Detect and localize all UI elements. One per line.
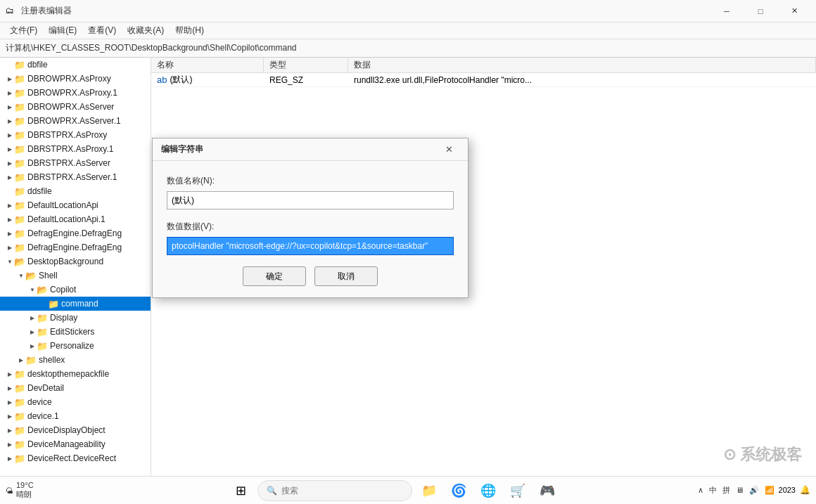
taskbar-app-game[interactable]: 🎮 xyxy=(535,478,560,503)
tree-item[interactable]: ▶📁Personalize xyxy=(0,339,151,353)
folder-icon: 📁 xyxy=(14,102,25,112)
taskbar-search[interactable]: 🔍 xyxy=(257,480,412,501)
search-input[interactable] xyxy=(281,486,380,496)
tree-item[interactable]: ▶📁DefragEngine.DefragEng xyxy=(0,240,151,254)
menu-view[interactable]: 查看(V) xyxy=(82,23,122,38)
tree-arrow-icon xyxy=(39,299,48,308)
menu-favorites[interactable]: 收藏夹(A) xyxy=(122,23,170,38)
tree-item[interactable]: ▶📁DeviceDisplayObject xyxy=(0,423,151,437)
tree-arrow-icon: ▶ xyxy=(6,412,14,420)
dialog-ok-button[interactable]: 确定 xyxy=(243,266,306,286)
tree-label: DevDetail xyxy=(27,383,64,393)
tree-item[interactable]: ▶📁shellex xyxy=(0,353,151,367)
dialog-name-input[interactable] xyxy=(167,191,454,209)
tree-item[interactable]: 📁dbfile xyxy=(0,58,151,72)
dialog-close-button[interactable]: ✕ xyxy=(438,141,459,158)
tree-item[interactable]: ▶📁DBRSTPRX.AsProxy xyxy=(0,128,151,142)
minimize-button[interactable]: ─ xyxy=(710,0,743,22)
tray-network[interactable]: 📶 xyxy=(765,486,774,495)
tree-arrow-icon: ▶ xyxy=(28,342,37,350)
tray-input-zh[interactable]: 中 xyxy=(709,485,717,496)
dialog-body: 数值名称(N): 数值数据(V): 确定 取消 xyxy=(153,161,468,297)
folder-icon: 📁 xyxy=(14,439,25,449)
tray-volume[interactable]: 🔊 xyxy=(749,486,759,495)
menu-file[interactable]: 文件(F) xyxy=(4,23,43,38)
weather-widget[interactable]: 🌤 19°C 晴朗 xyxy=(6,481,34,500)
tree-item[interactable]: ▼📂Copilot xyxy=(0,283,151,297)
folder-icon: 📁 xyxy=(14,172,25,182)
tree-item[interactable]: ▶📁DBRSTPRX.AsServer.1 xyxy=(0,170,151,184)
tree-label: DBRSTPRX.AsProxy.1 xyxy=(27,144,113,154)
tree-label: device.1 xyxy=(27,411,59,421)
tree-arrow-icon: ▶ xyxy=(6,370,14,378)
tree-item[interactable]: ▶📁DBROWPRX.AsServer.1 xyxy=(0,114,151,128)
folder-icon: 📁 xyxy=(37,327,48,337)
tree-label: DesktopBackground xyxy=(27,257,103,266)
folder-icon: 📁 xyxy=(14,74,25,84)
tree-item[interactable]: ▶📁device xyxy=(0,395,151,409)
close-button[interactable]: ✕ xyxy=(778,0,810,22)
address-bar: 计算机\HKEY_CLASSES_ROOT\DesktopBackground\… xyxy=(0,39,816,58)
tree-item[interactable]: ▶📁DeviceManageability xyxy=(0,437,151,451)
tree-item[interactable]: ▶📁DeviceRect.DeviceRect xyxy=(0,451,151,465)
tree-label: DBRSTPRX.AsServer xyxy=(27,158,110,168)
tree-item[interactable]: ▶📁DevDetail xyxy=(0,381,151,395)
tree-item[interactable]: ▶📁DBROWPRX.AsProxy xyxy=(0,72,151,86)
folder-icon: 📁 xyxy=(14,60,25,70)
tree-arrow-icon: ▶ xyxy=(6,75,14,83)
window-title: 注册表编辑器 xyxy=(21,5,710,17)
folder-icon: 📂 xyxy=(14,257,25,266)
tree-item[interactable]: ▶📁desktopthemepackfile xyxy=(0,367,151,381)
tree-item[interactable]: ▼📂Shell xyxy=(0,269,151,283)
folder-icon: 📁 xyxy=(14,397,25,407)
tree-item[interactable]: ▶📁device.1 xyxy=(0,409,151,423)
tree-item[interactable]: ▼📂DesktopBackground xyxy=(0,254,151,269)
tree-item[interactable]: ▶📁DefaultLocationApi xyxy=(0,198,151,212)
tree-item[interactable]: 📁command xyxy=(0,297,151,311)
maximize-button[interactable]: □ xyxy=(744,0,777,22)
taskbar-app-files[interactable]: 📁 xyxy=(416,478,442,503)
tree-item[interactable]: ▶📁DBRSTPRX.AsServer xyxy=(0,156,151,170)
start-button[interactable]: ⊞ xyxy=(228,478,253,503)
table-row[interactable]: ab (默认) REG_SZ rundll32.exe url.dll,File… xyxy=(151,73,816,87)
folder-icon: 📁 xyxy=(25,355,37,365)
folder-icon: 📁 xyxy=(14,88,25,98)
taskbar: 🌤 19°C 晴朗 ⊞ 🔍 📁 🌀 🌐 🛒 🎮 ∧ 中 拼 🖥 🔊 📶 202 xyxy=(0,476,816,504)
tree-arrow-icon xyxy=(6,187,14,195)
tree-item[interactable]: ▶📁EditStickers xyxy=(0,325,151,339)
menu-help[interactable]: 帮助(H) xyxy=(170,23,210,38)
dialog-data-input[interactable] xyxy=(167,237,454,255)
tray-expand[interactable]: ∧ xyxy=(698,486,703,495)
tree-arrow-icon: ▶ xyxy=(6,440,14,448)
taskbar-app-store[interactable]: 🛒 xyxy=(505,478,530,503)
tray-input-pin[interactable]: 拼 xyxy=(722,485,730,496)
notification-bell[interactable]: 🔔 xyxy=(800,485,810,495)
watermark-icon: ⊙ xyxy=(723,446,736,464)
tree-arrow-icon: ▶ xyxy=(6,131,14,139)
menu-edit[interactable]: 编辑(E) xyxy=(43,23,82,38)
tray-display[interactable]: 🖥 xyxy=(736,486,744,494)
app-icon: 🗂 xyxy=(6,6,17,17)
folder-icon: 📂 xyxy=(25,271,37,280)
tree-item[interactable]: ▶📁DefaultLocationApi.1 xyxy=(0,212,151,226)
tree-arrow-icon: ▶ xyxy=(6,173,14,181)
tree-item[interactable]: ▶📁DBROWPRX.AsProxy.1 xyxy=(0,86,151,100)
folder-icon: 📁 xyxy=(14,158,25,168)
tree-item[interactable]: 📁ddsfile xyxy=(0,184,151,198)
system-clock[interactable]: 2023 xyxy=(779,485,796,496)
taskbar-app-edge[interactable]: 🌐 xyxy=(476,478,501,503)
tree-item[interactable]: ▶📁DBRSTPRX.AsProxy.1 xyxy=(0,142,151,156)
taskbar-center: ⊞ 🔍 📁 🌀 🌐 🛒 🎮 xyxy=(118,478,670,503)
col-header-name: 名称 xyxy=(151,58,264,72)
tree-label: DeviceRect.DeviceRect xyxy=(27,453,116,463)
tree-arrow-icon: ▶ xyxy=(6,103,14,111)
tree-arrow-icon: ▼ xyxy=(17,271,25,280)
tree-item[interactable]: ▶📁DBROWPRX.AsServer xyxy=(0,100,151,114)
taskbar-app-browser[interactable]: 🌀 xyxy=(446,478,471,503)
dialog-cancel-button[interactable]: 取消 xyxy=(314,266,378,286)
tree-item[interactable]: ▶📁DefragEngine.DefragEng xyxy=(0,226,151,240)
tree-item[interactable]: ▶📁Display xyxy=(0,311,151,325)
tree-panel: 📁dbfile▶📁DBROWPRX.AsProxy▶📁DBROWPRX.AsPr… xyxy=(0,58,151,476)
taskbar-right: ∧ 中 拼 🖥 🔊 📶 2023 🔔 xyxy=(670,485,810,496)
tree-arrow-icon: ▶ xyxy=(6,145,14,153)
